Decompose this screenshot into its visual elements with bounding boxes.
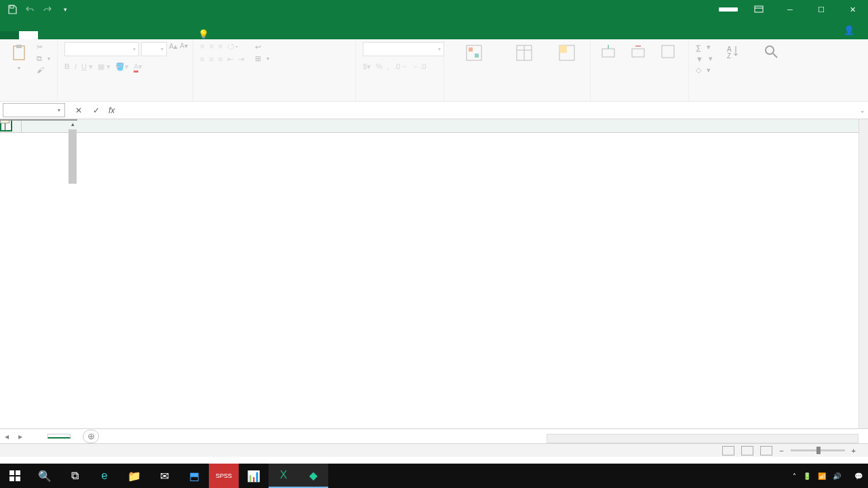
delete-cells-button[interactable] xyxy=(627,42,652,65)
qat-customize-icon[interactable]: ▾ xyxy=(57,1,73,18)
align-left-icon[interactable]: ≡ xyxy=(200,55,204,64)
sign-in-button[interactable] xyxy=(719,7,738,12)
fill-color-button[interactable]: 🪣▾ xyxy=(115,62,129,71)
app-icon-1[interactable]: SPSS xyxy=(209,464,239,488)
formula-autocomplete[interactable]: ▴ ▾ xyxy=(0,119,77,121)
tab-insert[interactable] xyxy=(38,31,57,39)
align-bot-icon[interactable]: ≡ xyxy=(218,42,222,50)
zoom-slider[interactable] xyxy=(791,449,845,451)
decrease-font-icon[interactable]: A▾ xyxy=(180,42,188,56)
scroll-down-arrow[interactable]: ▾ xyxy=(68,119,77,120)
border-button[interactable]: ▦ ▾ xyxy=(98,62,111,71)
tab-help[interactable] xyxy=(152,31,171,39)
autosum-button[interactable]: ∑ ▾ xyxy=(696,42,713,52)
task-view-button[interactable]: ⧉ xyxy=(60,464,90,488)
sheet-tab-1[interactable] xyxy=(47,434,71,439)
bold-button[interactable]: B xyxy=(64,62,70,71)
find-select-button[interactable] xyxy=(756,42,789,65)
tray-chevron-icon[interactable]: ˄ xyxy=(793,472,796,480)
share-button[interactable]: 👤 xyxy=(834,21,868,39)
enter-formula-button[interactable]: ✓ xyxy=(91,106,102,115)
explorer-icon[interactable]: 📁 xyxy=(119,464,149,488)
close-button[interactable]: ✕ xyxy=(837,0,868,19)
align-center-icon[interactable]: ≡ xyxy=(209,55,213,64)
tab-nitro[interactable] xyxy=(171,31,190,39)
ribbon-display-icon[interactable] xyxy=(743,0,774,19)
maximize-button[interactable]: ☐ xyxy=(806,0,837,19)
wrap-text-button[interactable]: ↩ xyxy=(255,42,269,52)
fx-icon[interactable]: fx xyxy=(108,106,115,115)
app-icon-3[interactable]: ◆ xyxy=(298,464,328,488)
cut-button[interactable]: ✂ xyxy=(37,42,50,52)
currency-icon[interactable]: $▾ xyxy=(363,62,371,71)
align-top-icon[interactable]: ≡ xyxy=(200,42,204,50)
undo-icon[interactable] xyxy=(22,1,38,18)
name-box[interactable]: ▾ xyxy=(3,103,65,117)
battery-icon[interactable]: 🔋 xyxy=(803,472,811,480)
dropbox-icon[interactable]: ⬒ xyxy=(179,464,209,488)
new-sheet-button[interactable]: ⊕ xyxy=(83,430,99,443)
redo-icon[interactable] xyxy=(39,1,56,18)
format-painter-button[interactable]: 🖌 xyxy=(37,65,50,75)
indent-dec-icon[interactable]: ⇤ xyxy=(227,55,233,64)
inc-decimal-icon[interactable]: .0→ xyxy=(394,62,408,71)
edge-icon[interactable]: e xyxy=(90,464,119,488)
tab-page-layout[interactable] xyxy=(57,31,76,39)
tab-formulas[interactable] xyxy=(76,31,95,39)
tab-review[interactable] xyxy=(114,31,133,39)
tell-me[interactable]: 💡 xyxy=(190,29,222,39)
page-break-view-button[interactable] xyxy=(760,446,772,455)
sheet-nav-next[interactable]: ▸ xyxy=(14,432,27,441)
scroll-up-arrow[interactable]: ▴ xyxy=(68,120,77,128)
underline-button[interactable]: U ▾ xyxy=(81,62,93,71)
font-size-select[interactable]: ▾ xyxy=(141,42,167,56)
paste-button[interactable]: ▾ xyxy=(7,42,31,73)
vertical-scrollbar[interactable] xyxy=(859,119,868,428)
indent-inc-icon[interactable]: ⇥ xyxy=(238,55,244,64)
align-mid-icon[interactable]: ≡ xyxy=(209,42,213,50)
tab-data[interactable] xyxy=(95,31,114,39)
wifi-icon[interactable]: 📶 xyxy=(818,472,826,480)
align-right-icon[interactable]: ≡ xyxy=(218,55,222,64)
search-button[interactable]: 🔍 xyxy=(30,464,60,488)
tab-view[interactable] xyxy=(133,31,152,39)
tab-home[interactable] xyxy=(19,31,38,39)
notifications-icon[interactable]: 💬 xyxy=(854,472,863,480)
tab-file[interactable] xyxy=(0,31,19,39)
merge-button[interactable]: ⊞ ▾ xyxy=(255,54,269,64)
normal-view-button[interactable] xyxy=(722,446,734,455)
fill-button[interactable]: ▼ ▾ xyxy=(696,54,713,64)
cancel-formula-button[interactable]: ✕ xyxy=(73,106,84,115)
system-tray[interactable]: ˄ 🔋 📶 🔊 💬 xyxy=(793,472,868,480)
format-cells-button[interactable] xyxy=(657,42,682,65)
italic-button[interactable]: I xyxy=(75,62,77,71)
percent-icon[interactable]: % xyxy=(376,62,382,71)
copy-button[interactable]: ⧉ ▾ xyxy=(37,54,50,64)
formula-input[interactable] xyxy=(128,106,857,115)
orientation-icon[interactable]: ⭯▾ xyxy=(227,42,239,50)
dec-decimal-icon[interactable]: ←.0 xyxy=(412,62,426,71)
sort-filter-button[interactable]: AZ xyxy=(718,42,751,65)
increase-font-icon[interactable]: A▴ xyxy=(169,42,178,56)
start-button[interactable] xyxy=(0,464,30,488)
scroll-thumb[interactable] xyxy=(68,129,77,184)
volume-icon[interactable]: 🔊 xyxy=(833,472,841,480)
clear-button[interactable]: ◇ ▾ xyxy=(696,65,713,75)
number-format-select[interactable]: ▾ xyxy=(363,42,444,56)
spreadsheet-grid[interactable]: ▴ ▾ xyxy=(0,119,868,428)
zoom-out-button[interactable]: − xyxy=(779,447,783,455)
zoom-in-button[interactable]: + xyxy=(852,447,856,455)
sheet-nav-prev[interactable]: ◂ xyxy=(0,432,14,441)
format-table-button[interactable] xyxy=(502,42,545,65)
page-layout-view-button[interactable] xyxy=(741,446,753,455)
cell-styles-button[interactable] xyxy=(551,42,583,65)
cond-format-button[interactable] xyxy=(451,42,497,65)
minimize-button[interactable]: ─ xyxy=(774,0,806,19)
font-color-button[interactable]: A▾ xyxy=(134,62,142,71)
font-name-select[interactable]: ▾ xyxy=(64,42,139,56)
comma-icon[interactable]: , xyxy=(387,62,389,71)
expand-formula-bar[interactable]: ⌄ xyxy=(857,107,868,114)
save-icon[interactable] xyxy=(4,1,20,18)
insert-cells-button[interactable] xyxy=(597,42,622,65)
horizontal-scrollbar[interactable] xyxy=(547,434,859,443)
